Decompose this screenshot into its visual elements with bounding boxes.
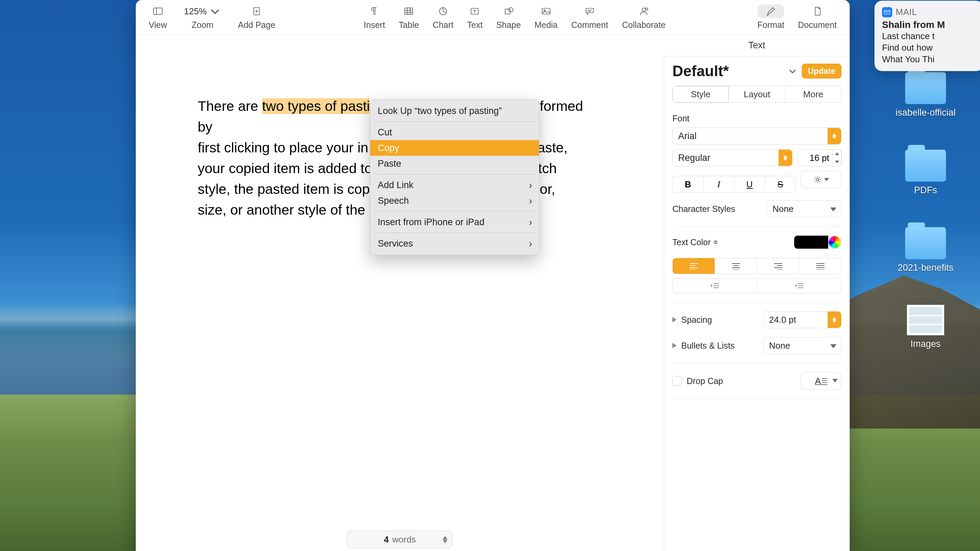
menu-separator xyxy=(374,121,536,122)
paragraph-style-name: Default* xyxy=(672,63,729,79)
toolbar-label: Text xyxy=(467,20,483,30)
dropcap-label: Drop Cap xyxy=(687,376,796,386)
font-size-field[interactable]: 16 pt xyxy=(797,149,842,166)
font-size-stepper[interactable] xyxy=(832,149,842,166)
word-count-pill[interactable]: 4 words xyxy=(347,530,453,548)
svg-rect-0 xyxy=(153,8,162,14)
toolbar-label: Zoom xyxy=(192,20,213,30)
svg-marker-31 xyxy=(713,240,718,242)
color-wheel-icon[interactable] xyxy=(828,236,841,249)
bullets-row[interactable]: Bullets & Lists None xyxy=(672,337,842,354)
desktop-folder-label: isabelle-official xyxy=(891,108,959,118)
mail-app-icon xyxy=(882,7,892,17)
context-lookup[interactable]: Look Up “two types of pasting” xyxy=(370,103,539,119)
pie-chart-icon xyxy=(437,5,449,18)
desktop-folder-isabelle[interactable]: isabelle-official xyxy=(891,72,959,118)
desktop-folder-label: Images xyxy=(891,339,959,349)
word-count-number: 4 xyxy=(384,534,388,545)
tab-more[interactable]: More xyxy=(785,86,841,102)
divider xyxy=(672,363,842,363)
svg-point-18 xyxy=(642,8,646,11)
context-paste[interactable]: Paste xyxy=(370,156,539,171)
font-family-picker[interactable]: Arial xyxy=(672,127,842,144)
notification-line: Find out how xyxy=(882,42,976,53)
document-canvas[interactable]: There are two types of pasting on macOS.… xyxy=(136,35,664,551)
collaborate-button[interactable]: Collaborate xyxy=(615,5,672,30)
bold-button[interactable]: B xyxy=(673,176,704,192)
zoom-button[interactable]: 125% Zoom xyxy=(174,5,231,30)
bullets-label: Bullets & Lists xyxy=(681,341,759,351)
folder-icon xyxy=(905,227,946,259)
text-button[interactable]: Text xyxy=(460,5,490,30)
inspector-tab-label: Text xyxy=(748,40,765,51)
notification-line: Last chance t xyxy=(882,30,976,42)
context-menu: Look Up “two types of pasting” Cut Copy … xyxy=(370,99,539,255)
character-styles-picker[interactable]: None xyxy=(767,200,842,218)
textbox-icon xyxy=(469,5,480,18)
svg-marker-23 xyxy=(832,137,837,139)
inspector-segmented-control[interactable]: Style Layout More xyxy=(672,86,842,103)
add-page-button[interactable]: Add Page xyxy=(231,5,282,30)
format-button[interactable]: Format xyxy=(751,5,791,30)
dropcap-checkbox[interactable] xyxy=(672,376,682,386)
svg-marker-22 xyxy=(832,133,837,136)
bullets-value: None xyxy=(769,340,790,351)
text-run: There are xyxy=(198,98,262,114)
italic-button[interactable]: I xyxy=(704,176,735,192)
chevron-down-icon xyxy=(788,67,797,76)
context-insert-from-device[interactable]: Insert from iPhone or iPad xyxy=(370,214,539,230)
bullets-picker[interactable]: None xyxy=(763,337,842,354)
context-copy[interactable]: Copy xyxy=(370,140,539,156)
underline-button[interactable]: U xyxy=(734,176,765,192)
paragraph-style-picker[interactable]: Default* xyxy=(672,63,797,79)
align-right-button[interactable] xyxy=(757,258,799,274)
document-button[interactable]: Document xyxy=(791,5,843,30)
context-speech[interactable]: Speech xyxy=(370,193,539,208)
tab-style[interactable]: Style xyxy=(673,86,729,102)
tab-layout[interactable]: Layout xyxy=(729,86,785,102)
shape-button[interactable]: Shape xyxy=(489,5,527,30)
advanced-font-options-button[interactable] xyxy=(801,171,842,188)
align-justify-button[interactable] xyxy=(799,258,841,274)
chart-button[interactable]: Chart xyxy=(426,5,460,30)
toolbar-label: Format xyxy=(757,20,784,30)
indent-button[interactable] xyxy=(757,279,841,293)
align-left-button[interactable] xyxy=(673,258,715,274)
chevron-down-icon xyxy=(830,340,837,351)
media-button[interactable]: Media xyxy=(528,5,565,30)
inspector-tab-text[interactable]: Text xyxy=(664,35,850,56)
character-styles-label: Character Styles xyxy=(672,204,761,214)
align-center-button[interactable] xyxy=(715,258,757,274)
table-button[interactable]: Table xyxy=(392,5,426,30)
comment-icon xyxy=(584,5,595,18)
comment-button[interactable]: Comment xyxy=(565,5,615,30)
mail-notification[interactable]: MAIL Shalin from M Last chance t Find ou… xyxy=(875,1,980,71)
text-color-swatch[interactable] xyxy=(794,235,842,249)
spacing-row[interactable]: Spacing 24.0 pt xyxy=(672,311,842,328)
menu-separator xyxy=(374,233,536,233)
spacing-value-picker[interactable]: 24.0 pt xyxy=(763,311,842,328)
outdent-button[interactable] xyxy=(673,279,757,293)
svg-marker-63 xyxy=(832,379,838,383)
context-services[interactable]: Services xyxy=(370,236,539,251)
font-weight-picker[interactable]: Regular xyxy=(672,149,792,166)
desktop-folder-benefits[interactable]: 2021-benefits xyxy=(891,227,959,273)
svg-point-19 xyxy=(646,8,648,10)
insert-button[interactable]: Insert xyxy=(357,5,392,30)
desktop-folder-images[interactable]: Images xyxy=(891,305,959,349)
context-cut[interactable]: Cut xyxy=(370,124,539,140)
spacing-value: 24.0 pt xyxy=(769,314,796,325)
dropcap-style-picker[interactable]: A xyxy=(801,372,842,390)
text-color-label: Text Color xyxy=(672,237,789,247)
context-add-link[interactable]: Add Link xyxy=(370,177,539,193)
update-style-button[interactable]: Update xyxy=(802,64,842,79)
spacing-label: Spacing xyxy=(681,315,759,325)
menu-separator xyxy=(374,174,536,175)
desktop-folder-pdfs[interactable]: PDFs xyxy=(891,150,959,195)
toolbar-label: Shape xyxy=(496,20,520,30)
font-size-value: 16 pt xyxy=(810,153,829,163)
view-button[interactable]: View xyxy=(142,5,174,30)
desktop-folder-label: 2021-benefits xyxy=(891,263,959,273)
stepper-icon xyxy=(443,536,447,543)
strikethrough-button[interactable]: S xyxy=(765,176,796,192)
